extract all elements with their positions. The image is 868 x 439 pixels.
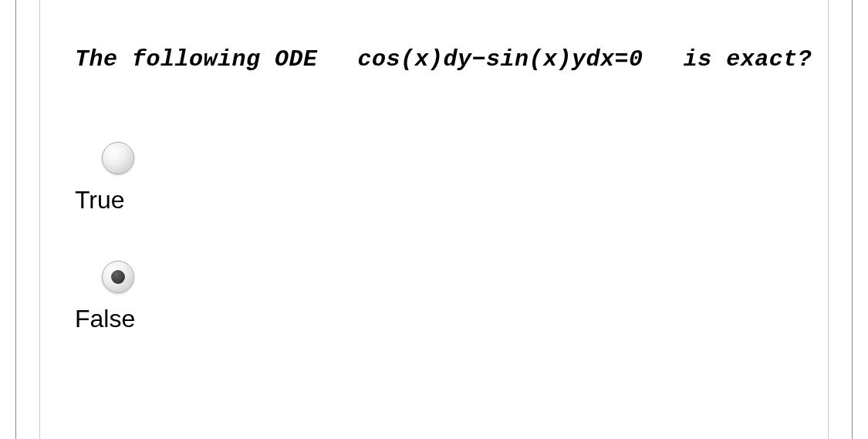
radio-false[interactable] [102, 261, 134, 293]
question-text: The following ODEcos(x)dy−sin(x)ydx=0is … [75, 46, 797, 73]
question-part-3: is exact? [684, 46, 812, 73]
outer-frame: The following ODEcos(x)dy−sin(x)ydx=0is … [15, 0, 853, 439]
question-card: The following ODEcos(x)dy−sin(x)ydx=0is … [39, 0, 829, 439]
question-part-1: The following ODE [75, 46, 318, 73]
options-group: True False [75, 142, 797, 333]
option-true-label: True [75, 186, 125, 214]
option-false-label: False [75, 305, 135, 333]
question-equation: cos(x)dy−sin(x)ydx=0 [358, 46, 643, 73]
radio-true[interactable] [102, 142, 134, 174]
option-true: True [75, 142, 797, 214]
option-false: False [75, 261, 797, 333]
